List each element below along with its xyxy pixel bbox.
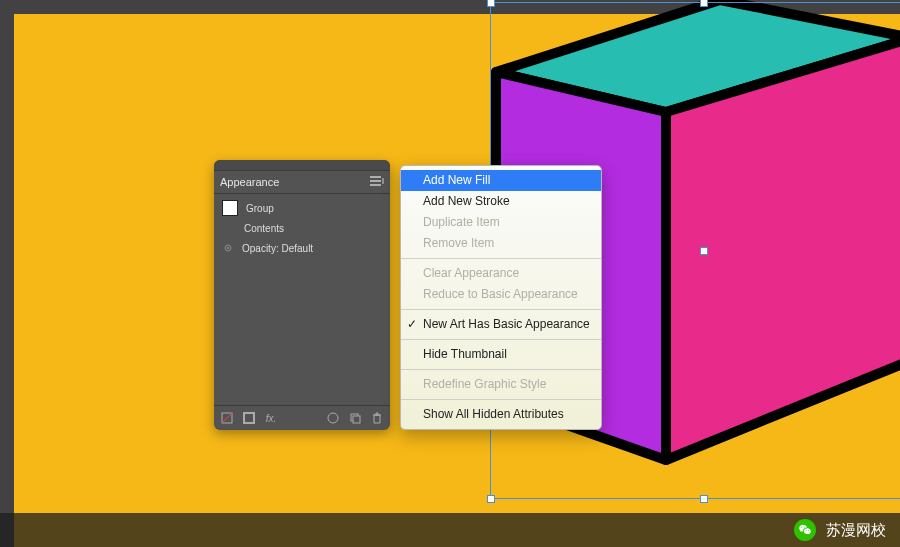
selection-handle[interactable] bbox=[487, 495, 495, 503]
panel-drag-bar[interactable] bbox=[214, 160, 390, 171]
panel-flyout-menu-button[interactable] bbox=[370, 176, 384, 188]
appearance-flyout-menu[interactable]: Add New Fill Add New Stroke Duplicate It… bbox=[400, 165, 602, 430]
selection-handle[interactable] bbox=[487, 0, 495, 7]
no-fill-icon[interactable] bbox=[220, 411, 234, 425]
menu-separator bbox=[401, 258, 601, 259]
clear-appearance-icon[interactable] bbox=[326, 411, 340, 425]
svg-rect-7 bbox=[353, 416, 360, 423]
menu-separator bbox=[401, 399, 601, 400]
ruler-vertical[interactable] bbox=[0, 0, 14, 547]
menu-separator bbox=[401, 309, 601, 310]
menu-separator bbox=[401, 339, 601, 340]
selection-handle[interactable] bbox=[700, 495, 708, 503]
thumbnail-swatch bbox=[222, 200, 238, 216]
selection-handle[interactable] bbox=[700, 0, 708, 7]
menu-separator bbox=[401, 369, 601, 370]
menu-item-reduce-basic: Reduce to Basic Appearance bbox=[401, 284, 601, 305]
menu-item-new-art-basic[interactable]: New Art Has Basic Appearance bbox=[401, 314, 601, 335]
row-label: Group bbox=[246, 203, 274, 214]
appearance-row-contents[interactable]: Contents bbox=[214, 218, 390, 238]
row-label: Contents bbox=[244, 223, 284, 234]
wechat-icon bbox=[794, 519, 816, 541]
appearance-panel[interactable]: Appearance Group Contents Opacity: Defau… bbox=[214, 160, 390, 430]
canvas[interactable]: Appearance Group Contents Opacity: Defau… bbox=[0, 0, 900, 547]
watermark-overlay: 苏漫网校 bbox=[0, 513, 900, 547]
panel-body: Group Contents Opacity: Default bbox=[214, 194, 390, 262]
svg-rect-4 bbox=[244, 413, 254, 423]
svg-line-3 bbox=[222, 413, 232, 423]
selection-edge bbox=[490, 498, 900, 499]
svg-point-5 bbox=[328, 413, 338, 423]
stroke-icon[interactable] bbox=[242, 411, 256, 425]
selection-center-handle[interactable] bbox=[700, 247, 708, 255]
duplicate-icon[interactable] bbox=[348, 411, 362, 425]
appearance-row-group[interactable]: Group bbox=[214, 198, 390, 218]
menu-item-show-hidden-attrs[interactable]: Show All Hidden Attributes bbox=[401, 404, 601, 425]
watermark-text: 苏漫网校 bbox=[826, 521, 886, 540]
appearance-row-opacity[interactable]: Opacity: Default bbox=[214, 238, 390, 258]
trash-icon[interactable] bbox=[370, 411, 384, 425]
menu-item-duplicate-item: Duplicate Item bbox=[401, 212, 601, 233]
menu-item-add-new-stroke[interactable]: Add New Stroke bbox=[401, 191, 601, 212]
panel-footer: fx. bbox=[214, 405, 390, 430]
row-label: Opacity: Default bbox=[242, 243, 313, 254]
visibility-icon[interactable] bbox=[222, 242, 234, 254]
menu-item-remove-item: Remove Item bbox=[401, 233, 601, 254]
menu-item-add-new-fill[interactable]: Add New Fill bbox=[401, 170, 601, 191]
panel-tab-appearance[interactable]: Appearance bbox=[220, 176, 279, 188]
svg-point-1 bbox=[227, 247, 229, 249]
menu-item-clear-appearance: Clear Appearance bbox=[401, 263, 601, 284]
menu-item-redefine-style: Redefine Graphic Style bbox=[401, 374, 601, 395]
selection-edge bbox=[490, 2, 900, 3]
menu-item-hide-thumbnail[interactable]: Hide Thumbnail bbox=[401, 344, 601, 365]
fx-icon[interactable]: fx. bbox=[264, 411, 278, 425]
